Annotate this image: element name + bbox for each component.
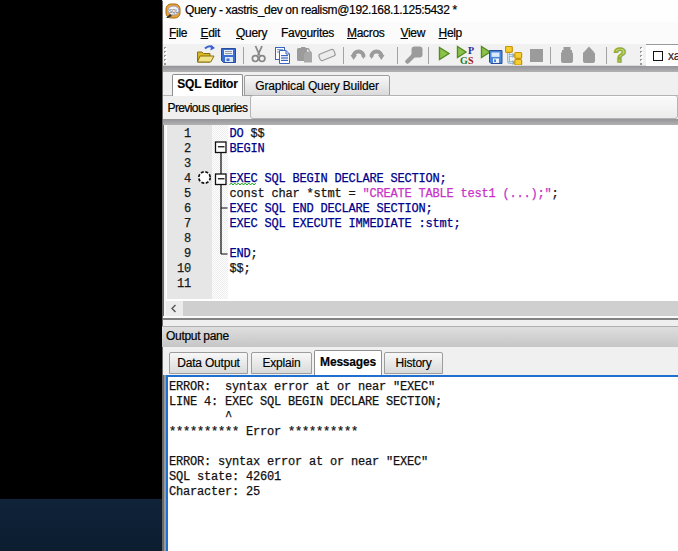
svg-text:SQL: SQL: [169, 9, 179, 14]
svg-text:S: S: [468, 55, 474, 66]
svg-text:?: ?: [614, 43, 627, 66]
svg-text:G: G: [460, 55, 468, 66]
